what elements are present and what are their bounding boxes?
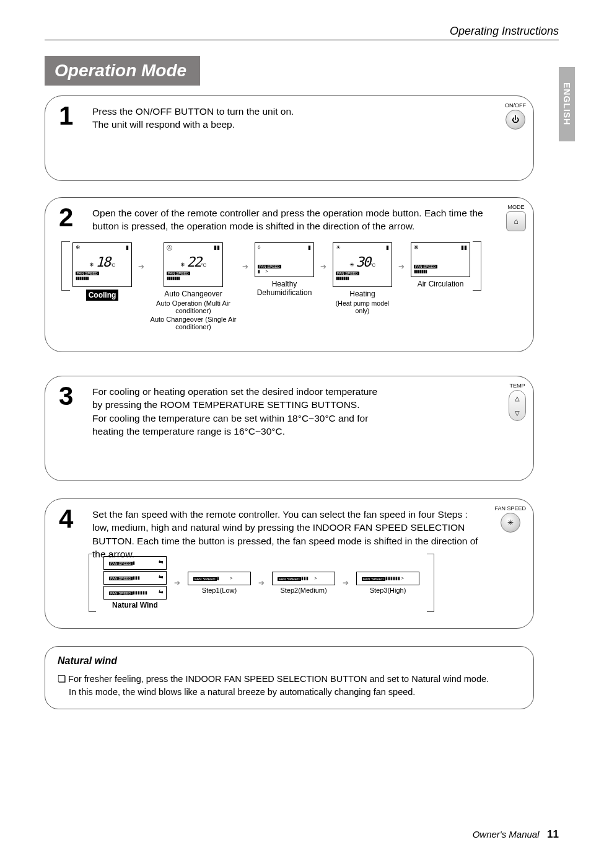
- fan-speed-tag: FAN SPEED: [167, 272, 190, 275]
- step1-caption: Step1(Low): [188, 587, 251, 594]
- power-icon: ⏻: [506, 110, 525, 130]
- mode-button-graphic: MODE ⌂: [506, 204, 526, 231]
- fan-speed-tag: FAN SPEED: [278, 577, 301, 581]
- fan-speed-tag: FAN SPEED: [258, 265, 281, 268]
- natural-wind-caption: Natural Wind: [103, 601, 167, 609]
- auto-temp: 22: [187, 254, 201, 270]
- step-4-number: 4: [59, 504, 73, 534]
- fan-bracket-left: [89, 554, 96, 612]
- arrow-icon: ➔: [174, 578, 180, 587]
- fan-step2-col: FAN SPEED▮▮▮ > Step2(Medium): [272, 572, 335, 594]
- natural-wind-title: Natural wind: [58, 655, 521, 666]
- lcd-step2: FAN SPEED▮▮▮ >: [272, 572, 335, 585]
- fan-speed-tag: FAN SPEED: [109, 577, 133, 580]
- natural-wind-box: Natural wind ❏ For fresher feeling, pres…: [45, 646, 534, 709]
- mode-dehum: ◊▮ FAN SPEED ▮ > Healthy Dehumidificatio…: [252, 242, 317, 298]
- fan-sequence: FAN SPEED▮⇆ FAN SPEED▮▮▮⇆ FAN SPEED▮▮▮▮▮…: [89, 554, 434, 612]
- step-3-number: 3: [59, 381, 73, 411]
- lcd-step1: FAN SPEED▮ >: [188, 572, 251, 585]
- step-3-box: 3 For cooling or heating operation set t…: [45, 376, 534, 481]
- natural-line-2: In this mode, the wind blows like a natu…: [69, 687, 415, 697]
- lcd-nat-1: FAN SPEED▮⇆: [103, 556, 167, 570]
- lcd-step3: FAN SPEED▮▮▮▮▮▮ >: [356, 572, 419, 585]
- temp-unit: °C: [370, 262, 375, 268]
- fan-step3-col: FAN SPEED▮▮▮▮▮▮ > Step3(High): [356, 572, 419, 594]
- fan-bars: ▮▮▮▮▮▮▮: [333, 276, 392, 282]
- mode-cooling: ❄▮ ❄ 18°C FAN SPEED ▮▮▮▮▮▮▮ Cooling: [70, 242, 134, 301]
- heating-caption: Heating: [349, 290, 375, 298]
- mode-heating: ☀▮ ☀ 30°C FAN SPEED ▮▮▮▮▮▮▮ Heating (Hea…: [330, 242, 395, 314]
- lcd-cooling: ❄▮ ❄ 18°C FAN SPEED ▮▮▮▮▮▮▮: [72, 242, 132, 287]
- fan-speed-tag: FAN SPEED: [414, 265, 437, 268]
- fan-bars: ▮▮▮▮▮▮▮: [73, 276, 131, 282]
- bullet-icon: ❏: [58, 674, 66, 684]
- lcd-aircirc: ❋▮▮ FAN SPEED ▮▮▮▮▮▮▮: [411, 242, 470, 277]
- temp-unit: °C: [201, 262, 206, 268]
- mode-bracket-right: [473, 241, 481, 291]
- auto-caption: Auto Changeover: [164, 290, 222, 298]
- fan-bars: ▮▮▮▮▮▮▮: [164, 276, 222, 282]
- lcd-dehum: ◊▮ FAN SPEED ▮ >: [255, 242, 314, 277]
- arrow-icon: ➔: [398, 262, 405, 271]
- lcd-nat-2: FAN SPEED▮▮▮⇆: [103, 571, 167, 585]
- natural-wind-body: ❏ For fresher feeling, press the INDOOR …: [58, 673, 521, 699]
- fan-step1-col: FAN SPEED▮ > Step1(Low): [188, 572, 251, 594]
- arrow-icon: ➔: [138, 262, 144, 271]
- fan-speed-tag: FAN SPEED: [76, 272, 99, 275]
- step3-caption: Step3(High): [356, 587, 419, 594]
- natural-line-1: For fresher feeling, press the INDOOR FA…: [68, 674, 489, 684]
- arrow-icon: ➔: [343, 578, 349, 587]
- step-4-box: 4 Set the fan speed with the remote cont…: [45, 498, 534, 629]
- mode-label: MODE: [506, 204, 526, 210]
- step-1-body: Press the ON/OFF BUTTON to turn the unit…: [92, 105, 485, 131]
- step-1-number: 1: [59, 101, 73, 131]
- fanspeed-label: FAN SPEED: [494, 505, 526, 512]
- onoff-button-graphic: ON/OFF ⏻: [505, 102, 526, 130]
- step-2-body: Open the cover of the remote controller …: [92, 206, 485, 233]
- auto-a-icon: Ⓐ: [167, 244, 172, 253]
- step-1-box: 1 Press the ON/OFF BUTTON to turn the un…: [45, 95, 534, 181]
- power-glyph: ⏻: [512, 115, 519, 124]
- step-3-body: For cooling or heating operation set the…: [92, 385, 390, 438]
- footer-page-number: 11: [547, 828, 559, 840]
- fan-speed-tag: FAN SPEED: [193, 577, 217, 581]
- footer-manual: Owner's Manual: [473, 829, 540, 839]
- fan-speed-tag: FAN SPEED: [362, 577, 385, 581]
- language-tab: ENGLISH: [559, 67, 575, 141]
- cooling-caption: Cooling: [86, 290, 119, 301]
- arrow-icon: ➔: [258, 578, 265, 587]
- mode-icon: ⌂: [506, 211, 526, 231]
- auto-sub-1: Auto Operation (Multi Air conditioner): [148, 299, 239, 314]
- fan-bracket-right: [427, 554, 434, 612]
- lcd-auto: Ⓐ▮▮ ❄ 22°C FAN SPEED ▮▮▮▮▮▮▮: [164, 242, 223, 287]
- fan-bars: ▮▮▮▮▮▮▮: [411, 269, 470, 275]
- snow-icon: ❄: [76, 244, 81, 253]
- fan-speed-tag: FAN SPEED: [109, 562, 133, 565]
- arrow-icon: ➔: [320, 262, 326, 271]
- fan-natural-col: FAN SPEED▮⇆ FAN SPEED▮▮▮⇆ FAN SPEED▮▮▮▮▮…: [103, 556, 167, 609]
- heating-sub: (Heat pump model only): [330, 299, 395, 314]
- section-title: Operation Mode: [45, 56, 200, 86]
- dehum-caption: Healthy Dehumidification: [252, 280, 317, 298]
- sun-icon: ☀: [336, 244, 341, 253]
- temp-unit: °C: [110, 262, 115, 268]
- fan-icon: ✳: [501, 513, 520, 533]
- temp-label: TEMP: [509, 383, 526, 389]
- wind-icon: ❋: [414, 244, 419, 253]
- arrow-icon: ➔: [242, 262, 248, 271]
- mode-aircirc: ❋▮▮ FAN SPEED ▮▮▮▮▮▮▮ Air Circulation: [408, 242, 473, 288]
- header-category: Operating Instructions: [450, 25, 559, 38]
- step-2-box: 2 Open the cover of the remote controlle…: [45, 197, 534, 352]
- fan-glyph: ✳: [507, 518, 514, 527]
- cooling-temp: 18: [96, 254, 110, 270]
- fan-speed-tag: FAN SPEED: [336, 272, 359, 275]
- fan-speed-tag: FAN SPEED: [109, 591, 133, 595]
- up-icon: △: [515, 395, 520, 402]
- step-4-body: Set the fan speed with the remote contro…: [92, 508, 485, 561]
- auto-sub-2: Auto Changeover (Single Air conditioner): [148, 316, 239, 330]
- onoff-label: ON/OFF: [505, 102, 526, 108]
- temp-button-graphic: TEMP △ ▽: [509, 383, 526, 421]
- heating-temp: 30: [356, 254, 370, 270]
- fanspeed-button-graphic: FAN SPEED ✳: [494, 505, 526, 533]
- header-rule: [45, 40, 559, 40]
